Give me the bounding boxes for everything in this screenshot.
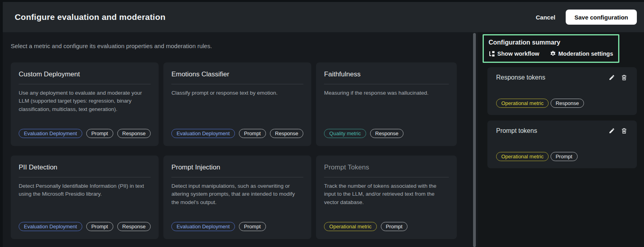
configured-metric-badges: Operational metric Response [496, 99, 627, 108]
show-workflow-label: Show workflow [497, 51, 539, 57]
card-divider [324, 84, 449, 84]
metric-card-title: Prompt Tokens [324, 163, 449, 171]
card-divider [19, 84, 151, 84]
workflow-tree-icon [489, 51, 495, 57]
configured-metric-badges: Operational metric Prompt [496, 152, 627, 161]
metric-card-description: Detect input manipulations, such as over… [171, 182, 303, 206]
card-divider [324, 177, 449, 177]
trash-icon [621, 129, 627, 135]
modal-header: Configure evaluation and moderation Canc… [3, 2, 644, 32]
metric-catalog: Select a metric and configure its evalua… [3, 32, 471, 247]
configured-metric-actions [609, 128, 627, 134]
badge-evaluation-deployment: Evaluation Deployment [19, 222, 82, 231]
badge-response: Response [370, 129, 404, 138]
main-scrollbar [471, 32, 478, 247]
badge-response: Response [270, 129, 304, 138]
content-row: Select a metric and configure its evalua… [3, 32, 644, 247]
save-configuration-button[interactable]: Save configuration [566, 10, 637, 25]
edit-button[interactable] [609, 74, 615, 81]
card-divider [19, 177, 151, 177]
badge-operational-metric: Operational metric [324, 222, 376, 231]
metric-card-badges: Evaluation Deployment Prompt Response [19, 222, 151, 231]
badge-operational-metric: Operational metric [496, 99, 549, 108]
badge-evaluation-deployment: Evaluation Deployment [171, 222, 235, 231]
badge-prompt: Prompt [381, 222, 408, 231]
metric-card-grid: Custom Deployment Use any deployment to … [11, 62, 457, 239]
badge-prompt: Prompt [239, 129, 266, 138]
gear-icon [550, 51, 556, 57]
metric-card-description: Use any deployment to evaluate and moder… [19, 89, 151, 113]
badge-operational-metric: Operational metric [496, 152, 549, 161]
metric-card-prompt-tokens: Prompt Tokens Track the number of tokens… [316, 156, 457, 239]
configured-metric-header: Response tokens [496, 74, 627, 81]
scrollbar-thumb[interactable] [473, 33, 476, 247]
show-workflow-link[interactable]: Show workflow [489, 51, 539, 57]
configured-metric-prompt-tokens: Prompt tokens [487, 121, 637, 168]
metric-card-emotions-classifier[interactable]: Emotions Classifier Classify prompt or r… [163, 62, 311, 146]
pencil-icon [609, 76, 615, 82]
badge-response: Response [551, 99, 584, 108]
page-title: Configure evaluation and moderation [15, 12, 165, 22]
badge-response: Response [117, 222, 151, 231]
configuration-summary-panel: Configuration summary Show workflow [478, 32, 644, 247]
trash-icon [621, 76, 627, 82]
metric-card-pii-detection[interactable]: PII Detection Detect Personally Identifi… [11, 156, 159, 239]
metric-card-badges: Evaluation Deployment Prompt Response [19, 129, 151, 138]
metric-card-faithfulness[interactable]: Faithfulness Measuring if the response w… [316, 62, 457, 146]
metric-card-badges: Quality metric Response [324, 129, 449, 138]
moderation-settings-link[interactable]: Moderation settings [550, 51, 613, 57]
badge-quality-metric: Quality metric [324, 129, 366, 138]
metric-card-title: Custom Deployment [19, 70, 151, 78]
metric-card-description: Classify prompt or response text by emot… [171, 89, 303, 97]
badge-response: Response [117, 129, 151, 138]
configuration-summary-title: Configuration summary [489, 39, 613, 46]
metric-card-title: Faithfulness [324, 70, 449, 78]
delete-button[interactable] [621, 128, 627, 134]
configured-metric-title: Prompt tokens [496, 127, 537, 134]
badge-evaluation-deployment: Evaluation Deployment [19, 129, 82, 138]
card-divider [171, 177, 303, 177]
metric-card-badges: Operational metric Prompt [324, 222, 449, 231]
configured-metric-header: Prompt tokens [496, 127, 627, 134]
badge-prompt: Prompt [86, 222, 113, 231]
metric-card-title: PII Detection [19, 163, 151, 171]
metric-card-custom-deployment[interactable]: Custom Deployment Use any deployment to … [11, 62, 159, 146]
pencil-icon [609, 129, 615, 135]
configured-metric-response-tokens: Response tokens [487, 67, 637, 115]
badge-prompt: Prompt [551, 152, 578, 161]
badge-prompt: Prompt [239, 222, 266, 231]
cancel-button[interactable]: Cancel [536, 14, 555, 21]
catalog-subtitle: Select a metric and configure its evalua… [11, 43, 471, 49]
configured-metrics-list: Response tokens [487, 67, 637, 168]
metric-card-title: Prompt Injection [171, 163, 303, 171]
metric-card-title: Emotions Classifier [171, 70, 303, 78]
metric-card-description: Detect Personally Identifiable Informati… [19, 182, 151, 198]
metric-card-badges: Evaluation Deployment Prompt Response [171, 129, 303, 138]
summary-links: Show workflow Moderation settings [489, 51, 613, 57]
badge-evaluation-deployment: Evaluation Deployment [171, 129, 235, 138]
metric-card-description: Track the number of tokens associated wi… [324, 182, 449, 206]
metric-card-badges: Evaluation Deployment Prompt [171, 222, 303, 231]
card-divider [171, 84, 303, 84]
configured-metric-actions [609, 74, 627, 81]
moderation-settings-label: Moderation settings [559, 51, 613, 57]
metric-card-prompt-injection[interactable]: Prompt Injection Detect input manipulati… [163, 156, 311, 239]
badge-prompt: Prompt [86, 129, 113, 138]
delete-button[interactable] [621, 74, 627, 81]
configure-evaluation-modal: Configure evaluation and moderation Canc… [3, 2, 644, 247]
edit-button[interactable] [609, 128, 615, 134]
metric-card-description: Measuring if the response was hallucinat… [324, 89, 449, 97]
configured-metric-title: Response tokens [496, 74, 545, 81]
configuration-summary-highlight: Configuration summary Show workflow [483, 34, 619, 63]
